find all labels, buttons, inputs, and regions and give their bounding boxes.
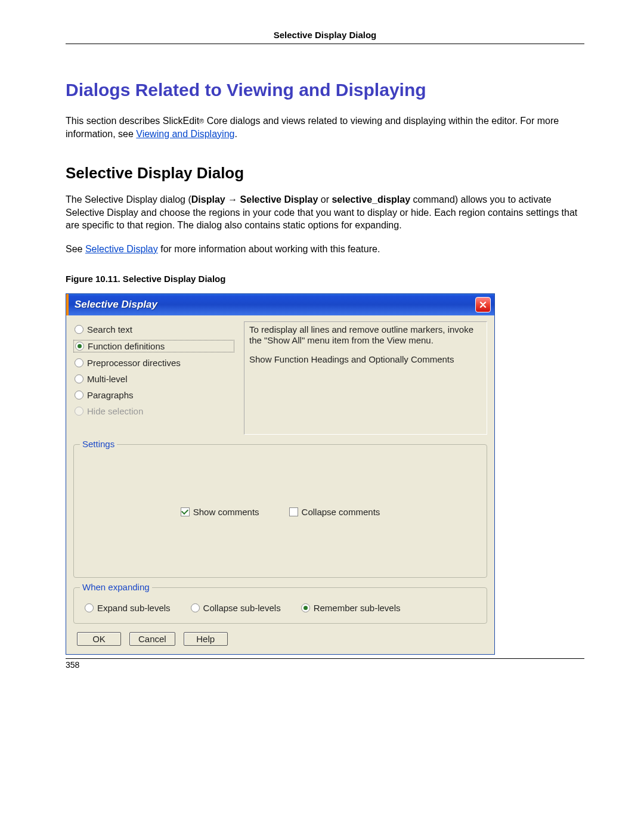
radio-function-definitions[interactable]: Function definitions xyxy=(73,340,234,352)
intro-paragraph: This section describes SlickEdit® Core d… xyxy=(66,114,584,140)
settings-fieldset: Settings Show comments Collapse comments xyxy=(73,444,487,578)
cancel-button[interactable]: Cancel xyxy=(129,632,175,646)
selective-display-link[interactable]: Selective Display xyxy=(85,244,158,254)
radio-label: Expand sub-levels xyxy=(97,603,171,613)
radio-label: Search text xyxy=(87,324,132,335)
p1-selective-display: Selective Display xyxy=(240,194,318,205)
p2b: for more information about working with … xyxy=(158,244,380,254)
radio-preprocessor-directives[interactable]: Preprocessor directives xyxy=(73,357,234,368)
dialog-title: Selective Display xyxy=(75,299,157,311)
help-button[interactable]: Help xyxy=(184,632,228,646)
radio-label: Function definitions xyxy=(88,341,165,351)
radio-icon xyxy=(75,342,84,351)
page-header: Selective Display Dialog xyxy=(66,30,584,44)
close-icon xyxy=(479,301,487,309)
collapse-comments-checkbox[interactable]: Collapse comments xyxy=(289,507,380,517)
dialog-titlebar[interactable]: Selective Display xyxy=(66,294,494,315)
checkbox-icon xyxy=(181,507,190,516)
show-comments-checkbox[interactable]: Show comments xyxy=(181,507,259,517)
description-box: To redisplay all lines and remove outlin… xyxy=(244,321,487,435)
settings-legend: Settings xyxy=(80,439,117,449)
radio-icon xyxy=(75,391,83,400)
viewing-and-displaying-link[interactable]: Viewing and Displaying xyxy=(136,129,234,139)
radio-icon xyxy=(75,325,83,334)
sub-heading: Selective Display Dialog xyxy=(66,164,584,182)
radio-icon xyxy=(75,374,83,383)
description-line-1: To redisplay all lines and remove outlin… xyxy=(249,324,482,346)
see-paragraph: See Selective Display for more informati… xyxy=(66,243,584,256)
radio-icon xyxy=(301,603,310,612)
when-expanding-fieldset: When expanding Expand sub-levels Collaps… xyxy=(73,587,487,624)
p2a: See xyxy=(66,244,85,254)
radio-search-text[interactable]: Search text xyxy=(73,324,234,335)
radio-label: Hide selection xyxy=(87,406,143,416)
close-button[interactable] xyxy=(475,297,491,312)
radio-icon xyxy=(191,603,200,612)
intro-text-a: This section describes SlickEdit xyxy=(66,116,199,126)
radio-remember-sub-levels[interactable]: Remember sub-levels xyxy=(300,602,402,614)
figure-caption: Figure 10.11. Selective Display Dialog xyxy=(66,274,584,284)
main-heading: Dialogs Related to Viewing and Displayin… xyxy=(66,80,584,100)
radio-icon xyxy=(75,358,83,367)
radio-label: Multi-level xyxy=(87,374,128,384)
radio-label: Remember sub-levels xyxy=(314,603,401,613)
selective-display-paragraph: The Selective Display dialog (Display → … xyxy=(66,193,584,232)
checkbox-label: Collapse comments xyxy=(302,507,380,517)
radio-icon xyxy=(75,407,83,416)
selective-display-dialog: Selective Display Search text Function d… xyxy=(66,293,495,655)
p1a: The Selective Display dialog ( xyxy=(66,194,191,205)
intro-text-c: . xyxy=(234,129,237,139)
p1d: or xyxy=(318,194,332,205)
p1-arrow: → xyxy=(225,194,240,205)
radio-icon xyxy=(85,603,94,612)
radio-label: Collapse sub-levels xyxy=(203,603,281,613)
p1-display: Display xyxy=(191,194,225,205)
checkbox-label: Show comments xyxy=(193,507,259,517)
radio-expand-sub-levels[interactable]: Expand sub-levels xyxy=(83,602,172,614)
page-number: 358 xyxy=(66,658,584,670)
ok-button[interactable]: OK xyxy=(77,632,121,646)
p1-command: selective_display xyxy=(332,194,410,205)
checkbox-icon xyxy=(289,507,298,516)
region-radio-group: Search text Function definitions Preproc… xyxy=(73,321,234,435)
registered-mark: ® xyxy=(199,117,204,125)
radio-multi-level[interactable]: Multi-level xyxy=(73,373,234,385)
radio-paragraphs[interactable]: Paragraphs xyxy=(73,389,234,401)
description-line-2: Show Function Headings and Optionally Co… xyxy=(249,354,482,365)
expanding-legend: When expanding xyxy=(80,582,152,592)
radio-label: Preprocessor directives xyxy=(87,358,181,368)
dialog-button-row: OK Cancel Help xyxy=(73,632,487,646)
radio-label: Paragraphs xyxy=(87,390,134,400)
radio-collapse-sub-levels[interactable]: Collapse sub-levels xyxy=(190,602,282,614)
radio-hide-selection: Hide selection xyxy=(73,405,234,417)
